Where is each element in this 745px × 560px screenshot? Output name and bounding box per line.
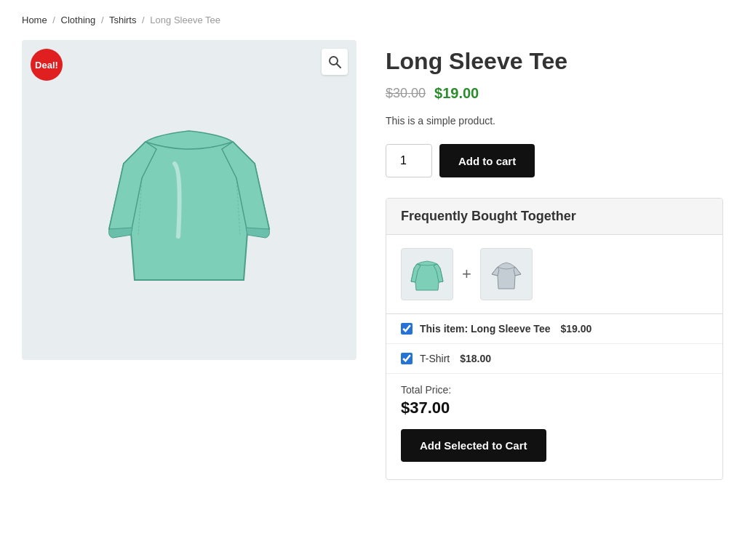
fbt-thumb-1-svg bbox=[407, 254, 447, 295]
add-to-cart-row: Add to cart bbox=[386, 144, 723, 177]
price-new: $19.00 bbox=[434, 85, 479, 102]
fbt-total-section: Total Price: $37.00 Add Selected to Cart bbox=[386, 373, 722, 479]
quantity-input[interactable] bbox=[386, 144, 432, 177]
fbt-item-1-checkbox[interactable] bbox=[401, 323, 413, 335]
product-image-svg bbox=[87, 91, 291, 309]
price-row: $30.00 $19.00 bbox=[386, 85, 723, 102]
breadcrumb: Home / Clothing / Tshirts / Long Sleeve … bbox=[22, 15, 723, 25]
fbt-item-1: This item: Long Sleeve Tee $19.00 bbox=[386, 314, 722, 344]
price-old: $30.00 bbox=[386, 86, 426, 101]
product-image-box bbox=[22, 40, 356, 360]
breadcrumb-sep1: / bbox=[52, 15, 55, 25]
fbt-section: Frequently Bought Together + bbox=[386, 198, 723, 480]
fbt-item-2-label: T-Shirt bbox=[420, 353, 450, 364]
zoom-icon bbox=[327, 55, 342, 69]
fbt-item-2-price: $18.00 bbox=[460, 353, 491, 364]
fbt-total-price: $37.00 bbox=[401, 399, 708, 417]
product-image-col: Deal! bbox=[22, 40, 356, 360]
breadcrumb-tshirts[interactable]: Tshirts bbox=[109, 15, 137, 25]
fbt-items-list: This item: Long Sleeve Tee $19.00 T-Shir… bbox=[386, 314, 722, 373]
fbt-thumb-2-svg bbox=[486, 254, 527, 295]
fbt-item-2-checkbox[interactable] bbox=[401, 353, 413, 364]
fbt-header: Frequently Bought Together bbox=[386, 199, 722, 235]
svg-line-1 bbox=[337, 64, 340, 68]
fbt-plus-sign: + bbox=[462, 265, 471, 284]
fbt-add-selected-button[interactable]: Add Selected to Cart bbox=[401, 429, 546, 462]
product-info-col: Long Sleeve Tee $30.00 $19.00 This is a … bbox=[386, 40, 723, 480]
deal-badge: Deal! bbox=[31, 49, 63, 81]
fbt-item-1-label: This item: Long Sleeve Tee bbox=[420, 323, 550, 335]
fbt-thumb-2 bbox=[480, 248, 533, 300]
fbt-thumb-1 bbox=[401, 248, 453, 300]
add-to-cart-button[interactable]: Add to cart bbox=[439, 144, 535, 177]
breadcrumb-current: Long Sleeve Tee bbox=[150, 15, 220, 25]
breadcrumb-sep3: / bbox=[142, 15, 145, 25]
fbt-images: + bbox=[386, 235, 722, 314]
breadcrumb-sep2: / bbox=[101, 15, 104, 25]
fbt-total-label: Total Price: bbox=[401, 384, 708, 396]
breadcrumb-home[interactable]: Home bbox=[22, 15, 47, 25]
fbt-item-1-price: $19.00 bbox=[560, 323, 591, 335]
product-title: Long Sleeve Tee bbox=[386, 47, 723, 75]
breadcrumb-clothing[interactable]: Clothing bbox=[61, 15, 96, 25]
zoom-button[interactable] bbox=[322, 49, 348, 75]
product-description: This is a simple product. bbox=[386, 115, 723, 127]
fbt-item-2: T-Shirt $18.00 bbox=[386, 344, 722, 373]
